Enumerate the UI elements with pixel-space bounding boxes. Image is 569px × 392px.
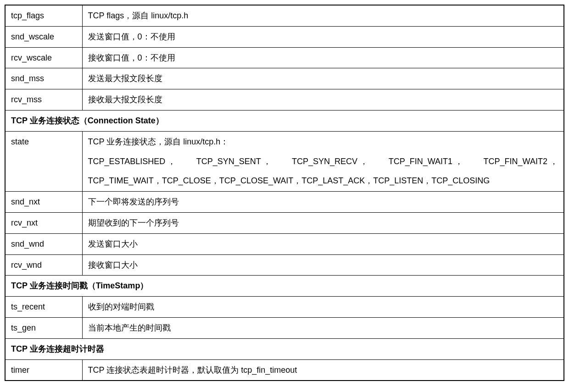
state-token: TCP_SYN_RECV ， (292, 155, 368, 168)
table-row: snd_mss 发送最大报文段长度 (5, 68, 564, 89)
cell-key: ts_recent (5, 297, 82, 318)
cell-desc: 下一个即将发送的序列号 (82, 192, 564, 213)
cell-desc: 接收窗口值，0：不使用 (82, 47, 564, 68)
section-row: TCP 业务连接时间戳（TimeStamp） (5, 276, 564, 297)
table-row: ts_gen 当前本地产生的时间戳 (5, 317, 564, 338)
state-token: TCP_ESTABLISHED ， (88, 155, 176, 168)
cell-key: tcp_flags (5, 5, 82, 26)
table-row: rcv_mss 接收最大报文段长度 (5, 89, 564, 110)
table-row: timer TCP 连接状态表超时计时器，默认取值为 tcp_fin_timeo… (5, 359, 564, 381)
cell-desc: 发送窗口值，0：不使用 (82, 26, 564, 47)
state-token: TCP_FIN_WAIT2 ， (484, 155, 558, 168)
cell-key: snd_wscale (5, 26, 82, 47)
cell-desc: 发送窗口大小 (82, 233, 564, 254)
cell-desc: 发送最大报文段长度 (82, 68, 564, 89)
cell-desc: 接收窗口大小 (82, 254, 564, 276)
cell-desc: 收到的对端时间戳 (82, 297, 564, 318)
cell-key: snd_mss (5, 68, 82, 89)
cell-desc: 接收最大报文段长度 (82, 89, 564, 110)
section-row: TCP 业务连接超时计时器 (5, 338, 564, 359)
cell-desc: 期望收到的下一个序列号 (82, 212, 564, 233)
table-row: state TCP 业务连接状态，源自 linux/tcp.h： TCP_EST… (5, 131, 564, 191)
cell-key: rcv_wscale (5, 47, 82, 68)
section-row: TCP 业务连接状态（Connection State） (5, 110, 564, 131)
table-row: snd_wnd 发送窗口大小 (5, 233, 564, 254)
cell-key: snd_nxt (5, 192, 82, 213)
cell-key: timer (5, 359, 82, 381)
state-token: TCP_SYN_SENT ， (196, 155, 272, 168)
table-row: snd_wscale 发送窗口值，0：不使用 (5, 26, 564, 47)
table-row: rcv_wscale 接收窗口值，0：不使用 (5, 47, 564, 68)
section-header: TCP 业务连接超时计时器 (5, 338, 564, 359)
cell-desc: TCP flags，源自 linux/tcp.h (82, 5, 564, 26)
state-token: TCP_FIN_WAIT1 ， (389, 155, 463, 168)
cell-key: state (5, 131, 82, 191)
cell-key: rcv_nxt (5, 212, 82, 233)
table-row: rcv_nxt 期望收到的下一个序列号 (5, 212, 564, 233)
section-header: TCP 业务连接状态（Connection State） (5, 110, 564, 131)
section-header: TCP 业务连接时间戳（TimeStamp） (5, 276, 564, 297)
cell-key: snd_wnd (5, 233, 82, 254)
state-desc-line1: TCP 业务连接状态，源自 linux/tcp.h： (88, 135, 558, 149)
cell-desc: 当前本地产生的时间戳 (82, 317, 564, 338)
table-row: rcv_wnd 接收窗口大小 (5, 254, 564, 276)
tcp-params-table: tcp_flags TCP flags，源自 linux/tcp.h snd_w… (5, 5, 564, 381)
state-desc-line2: TCP_ESTABLISHED ， TCP_SYN_SENT ， TCP_SYN… (88, 155, 558, 168)
cell-key: rcv_mss (5, 89, 82, 110)
cell-key: ts_gen (5, 317, 82, 338)
table-row: snd_nxt 下一个即将发送的序列号 (5, 192, 564, 213)
table-row: tcp_flags TCP flags，源自 linux/tcp.h (5, 5, 564, 26)
cell-desc: TCP 业务连接状态，源自 linux/tcp.h： TCP_ESTABLISH… (82, 131, 564, 191)
state-desc-line3: TCP_TIME_WAIT，TCP_CLOSE，TCP_CLOSE_WAIT，T… (88, 174, 558, 188)
table-row: ts_recent 收到的对端时间戳 (5, 297, 564, 318)
cell-key: rcv_wnd (5, 254, 82, 276)
cell-desc: TCP 连接状态表超时计时器，默认取值为 tcp_fin_timeout (82, 359, 564, 381)
